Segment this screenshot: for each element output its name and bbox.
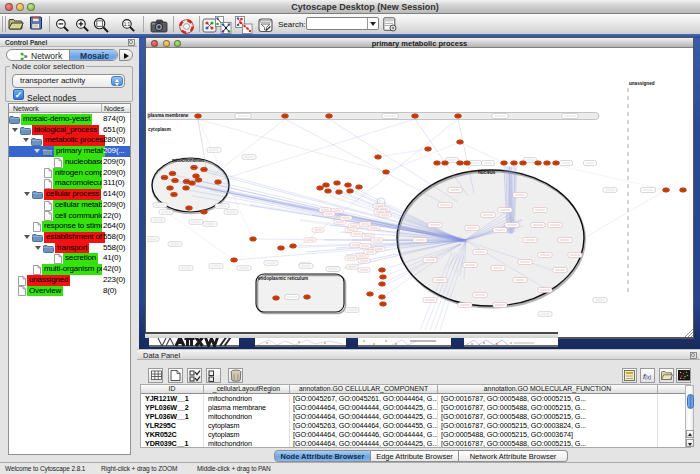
svg-text:mitochondrion: mitochondrion [172, 158, 204, 163]
svg-text:nucleus: nucleus [478, 170, 496, 175]
svg-text:1:1: 1:1 [124, 22, 131, 27]
svg-text:endoplasmic reticulum: endoplasmic reticulum [258, 276, 308, 281]
svg-text:unassigned: unassigned [629, 81, 655, 86]
svg-text:f(x): f(x) [643, 372, 651, 381]
svg-text:plasma membrane: plasma membrane [148, 113, 189, 118]
svg-text:cytoplasm: cytoplasm [148, 127, 171, 132]
